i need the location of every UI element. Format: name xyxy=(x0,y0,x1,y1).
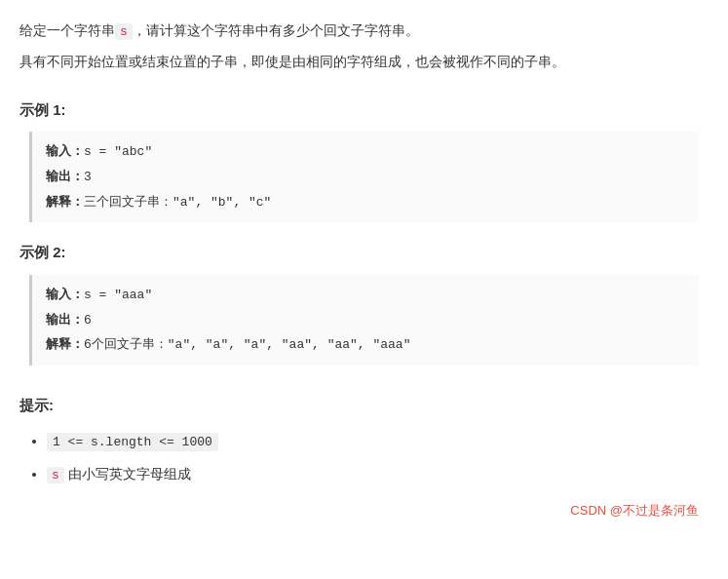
example-1-explain-label: 解释： xyxy=(46,194,84,209)
example-2-explain: 解释：6个回文子串："a", "a", "a", "aa", "aa", "aa… xyxy=(46,332,685,358)
example-2-explain-label: 解释： xyxy=(46,336,84,351)
example-2-input-value: s = "aaa" xyxy=(84,288,152,302)
tip-item-1: 1 <= s.length <= 1000 xyxy=(47,430,699,453)
example-2-title: 示例 2: xyxy=(19,240,699,265)
example-1-input-label: 输入： xyxy=(46,143,84,158)
tip-2-text: 由小写英文字母组成 xyxy=(64,466,191,482)
example-2-input-label: 输入： xyxy=(46,287,84,301)
example-1-input: 输入：s = "abc" xyxy=(46,139,685,165)
example-2-output-label: 输出： xyxy=(46,312,84,327)
footer: CSDN @不过是条河鱼 xyxy=(19,496,699,521)
example-2-explain-value: 6个回文子串："a", "a", "a", "aa", "aa", "aaa" xyxy=(84,337,410,352)
intro-line1-suffix: ，请计算这个字符串中有多少个回文子字符串。 xyxy=(133,22,419,38)
tips-section: 提示: 1 <= s.length <= 1000 s 由小写英文字母组成 xyxy=(19,393,699,486)
example-1-output: 输出：3 xyxy=(46,165,685,190)
footer-text: CSDN @不过是条河鱼 xyxy=(570,500,699,521)
example-2-output-value: 6 xyxy=(84,313,92,328)
example-2-section: 示例 2: 输入：s = "aaa" 输出：6 解释：6个回文子串："a", "… xyxy=(19,240,699,366)
example-1-output-label: 输出： xyxy=(46,169,84,183)
tips-title: 提示: xyxy=(19,393,699,418)
tips-list: 1 <= s.length <= 1000 s 由小写英文字母组成 xyxy=(19,430,699,486)
tip-1-code: 1 <= s.length <= 1000 xyxy=(47,433,218,451)
tip-item-2: s 由小写英文字母组成 xyxy=(47,463,699,486)
example-1-explain-value: 三个回文子串："a", "b", "c" xyxy=(84,195,271,210)
example-1-block: 输入：s = "abc" 输出：3 解释：三个回文子串："a", "b", "c… xyxy=(29,132,699,222)
intro-line1-prefix: 给定一个字符串 xyxy=(19,22,115,38)
example-1-explain: 解释：三个回文子串："a", "b", "c" xyxy=(46,190,685,215)
example-1-title: 示例 1: xyxy=(19,97,699,123)
intro-line2: 具有不同开始位置或结束位置的子串，即使是由相同的字符组成，也会被视作不同的子串。 xyxy=(19,51,699,74)
tip-2-code: s xyxy=(47,467,64,483)
example-1-output-value: 3 xyxy=(84,170,92,184)
example-2-output: 输出：6 xyxy=(46,308,685,333)
example-1-input-value: s = "abc" xyxy=(84,144,152,159)
example-1-section: 示例 1: 输入：s = "abc" 输出：3 解释：三个回文子串："a", "… xyxy=(19,97,699,223)
example-2-block: 输入：s = "aaa" 输出：6 解释：6个回文子串："a", "a", "a… xyxy=(29,275,699,366)
example-2-input: 输入：s = "aaa" xyxy=(46,283,685,308)
intro-var-s: s xyxy=(115,23,133,40)
intro-line1: 给定一个字符串s，请计算这个字符串中有多少个回文子字符串。 xyxy=(19,19,699,43)
